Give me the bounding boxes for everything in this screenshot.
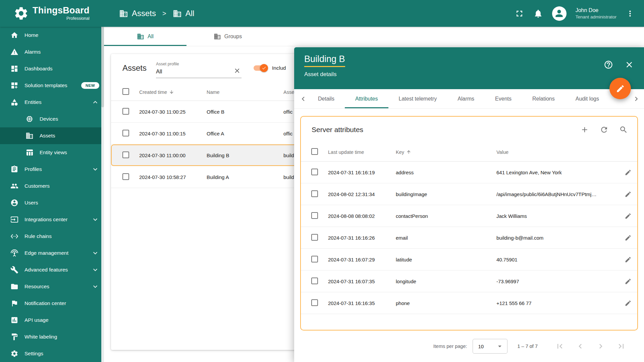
tab-events[interactable]: Events [485,89,522,108]
select-all-checkbox[interactable] [311,148,318,155]
edit-pencil-icon[interactable] [625,191,632,198]
dropdown-caret-icon [496,342,504,350]
tab-all[interactable]: All [104,27,186,46]
integrations-icon [10,216,18,224]
include-toggle[interactable]: Includ [254,65,286,71]
sidebar-item-customers[interactable]: Customers [0,178,104,194]
prev-page-icon[interactable] [576,342,585,351]
edit-pencil-icon[interactable] [625,213,632,220]
attribute-row[interactable]: 2024-07-31 16:07:35 longitude -73.96997 [301,270,637,292]
close-icon[interactable] [625,60,634,69]
sidebar-item-home[interactable]: Home [0,27,104,44]
column-created-time[interactable]: Created time [139,89,207,95]
attribute-row[interactable]: 2024-07-31 16:16:35 phone +121 555 66 77 [301,292,637,314]
tab-details[interactable]: Details [308,89,345,108]
attribute-row[interactable]: 2024-07-31 16:07:29 latitude 40.75901 [301,249,637,270]
row-checkbox[interactable] [311,190,318,197]
row-checkbox[interactable] [311,278,318,284]
breadcrumb-item-assets[interactable]: Assets [132,9,156,18]
sidebar-item-entities[interactable]: Entities [0,94,104,111]
last-page-icon[interactable] [616,342,626,351]
column-last-update-time[interactable]: Last update time [328,149,396,155]
attribute-row[interactable]: 2024-08-08 08:08:02 contactPerson Jack W… [301,205,637,227]
sidebar-item-profiles[interactable]: Profiles [0,161,104,178]
refresh-icon[interactable] [600,125,608,134]
sidebar-item-integrations-center[interactable]: Integrations center [0,211,104,228]
tab-latest-telemetry[interactable]: Latest telemetry [388,89,447,108]
tab-alarms[interactable]: Alarms [447,89,485,108]
sidebar-scrollbar-thumb[interactable] [101,27,104,107]
warning-icon [10,48,18,56]
tab-attributes[interactable]: Attributes [345,89,388,108]
sidebar-item-users[interactable]: Users [0,194,104,211]
brand-name: ThingsBoard [33,6,90,15]
edit-pencil-icon[interactable] [625,300,632,307]
breadcrumb-item-all[interactable]: All [185,9,195,18]
first-page-icon[interactable] [555,342,565,351]
tab-audit-logs[interactable]: Audit logs [565,89,609,108]
app-logo[interactable]: ThingsBoard Professional [0,6,104,21]
attribute-row[interactable]: 2024-07-31 16:16:19 address 641 Lexingto… [301,162,637,183]
settings-gear-icon [10,350,18,358]
sidebar-item-alarms[interactable]: Alarms [0,44,104,60]
notifications-bell-icon[interactable] [533,9,543,18]
help-icon[interactable] [604,60,613,69]
white-labeling-icon [10,333,18,341]
tab-relations[interactable]: Relations [522,89,565,108]
chevron-down-icon [91,216,99,224]
rule-chains-icon [10,232,18,240]
sidebar-item-rule-chains[interactable]: Rule chains [0,228,104,245]
row-checkbox[interactable] [122,152,129,158]
sidebar-item-api-usage[interactable]: API usage [0,312,104,328]
tab-groups[interactable]: Groups [186,27,269,46]
edit-pencil-icon[interactable] [625,234,632,241]
user-name: John Doe [576,7,616,14]
edit-pencil-icon[interactable] [625,278,632,285]
sidebar-item-resources[interactable]: Resources [0,278,104,295]
attribute-row[interactable]: 2024-07-31 16:16:26 email building-b@mai… [301,227,637,249]
edit-pencil-icon[interactable] [625,256,632,263]
attribute-row[interactable]: 2024-08-02 12:31:34 buildingImage /api/i… [301,183,637,205]
asset-profile-filter[interactable]: Asset profile All [156,58,241,78]
sidebar-scrollbar[interactable] [101,27,104,362]
search-icon[interactable] [619,125,628,134]
sidebar-item-edge-management[interactable]: Edge management [0,245,104,261]
row-checkbox[interactable] [311,299,318,306]
select-all-checkbox[interactable] [122,88,129,95]
edit-pencil-icon[interactable] [625,169,632,176]
sidebar-item-entity-views[interactable]: Entity views [0,144,104,161]
row-checkbox[interactable] [311,212,318,219]
row-checkbox[interactable] [311,256,318,262]
sidebar-item-white-labeling[interactable]: White labeling [0,328,104,345]
fullscreen-icon[interactable] [515,9,524,18]
items-per-page-select[interactable]: 10 [473,339,507,354]
chevron-right-icon[interactable] [632,95,641,103]
sidebar-item-settings[interactable]: Settings [0,345,104,362]
entities-icon [10,98,18,106]
column-value[interactable]: Value [496,149,619,155]
next-page-icon[interactable] [596,342,605,351]
row-checkbox[interactable] [122,108,129,115]
sidebar-item-advanced-features[interactable]: Advanced features [0,261,104,278]
row-checkbox[interactable] [122,173,129,180]
add-icon[interactable] [580,125,589,134]
column-key[interactable]: Key [396,149,496,155]
attributes-table-header: Last update time Key Value [301,143,637,162]
clear-x-icon[interactable] [233,67,241,74]
sidebar-item-devices[interactable]: Devices [0,111,104,127]
chevron-left-icon[interactable] [299,95,308,103]
toggle-track[interactable] [254,65,267,71]
row-checkbox[interactable] [311,234,318,241]
sidebar-item-solution-templates[interactable]: Solution templates NEW [0,77,104,94]
sidebar-item-assets[interactable]: Assets [0,127,104,144]
column-name[interactable]: Name [207,89,283,95]
more-vert-icon[interactable] [626,9,635,18]
row-checkbox[interactable] [311,169,318,175]
asset-profile-label: Asset profile [156,62,241,66]
row-checkbox[interactable] [122,130,129,136]
entity-views-icon [25,148,34,157]
avatar[interactable] [552,6,567,21]
edit-fab[interactable] [609,78,631,99]
sidebar-item-notification-center[interactable]: Notification center [0,295,104,312]
sidebar-item-dashboards[interactable]: Dashboards [0,60,104,77]
